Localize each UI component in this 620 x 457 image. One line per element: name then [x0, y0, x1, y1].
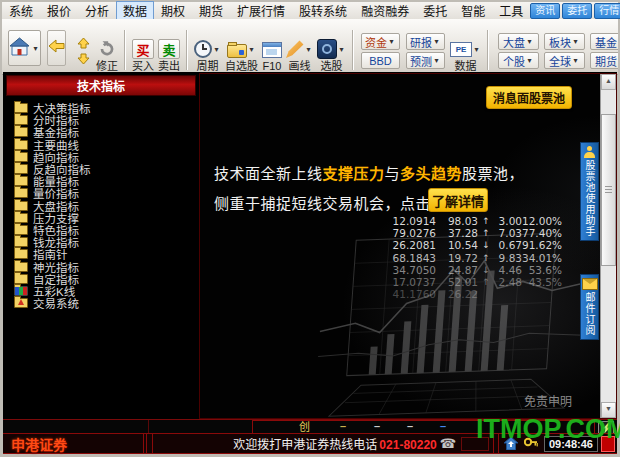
- menu-item[interactable]: 数据: [116, 1, 154, 20]
- promo-text: 股票池，: [462, 165, 524, 182]
- correct-button[interactable]: 修正: [96, 39, 118, 72]
- trade-buttons: 买 买入 卖 卖出: [130, 39, 182, 72]
- dropdown-arrow-icon[interactable]: [337, 41, 346, 57]
- trade-button[interactable]: 买 买入: [132, 39, 154, 72]
- dropdown-arrow-icon[interactable]: [571, 53, 580, 69]
- status-divider: [493, 434, 494, 453]
- dropdown-arrow-icon[interactable]: [387, 34, 396, 50]
- toolbar-tool-button[interactable]: F10: [262, 39, 282, 72]
- dropdown-arrow-icon[interactable]: [304, 41, 313, 57]
- promo-subline: 侧重于捕捉短线交易机会，点击此处: [214, 192, 462, 213]
- menu-item[interactable]: 扩展行情: [230, 1, 292, 20]
- helper-label: 邮件订阅: [583, 292, 596, 336]
- dropdown-arrow-icon[interactable]: [617, 34, 618, 50]
- quote-value: 26.2081: [386, 239, 436, 251]
- menu-item[interactable]: 期权: [154, 1, 192, 20]
- broker-logo-box: 申港证券: [3, 434, 144, 453]
- placeholder-value: –: [407, 420, 413, 432]
- forecast-button[interactable]: 预测: [406, 52, 445, 69]
- back-arrow-icon: [48, 39, 65, 57]
- folder-icon: [14, 201, 28, 211]
- tool-icon: [262, 42, 282, 58]
- dropdown-arrow-icon[interactable]: [212, 41, 221, 57]
- toolbar-tool-button[interactable]: 自选股: [225, 39, 258, 72]
- pe-data-button[interactable]: PE 数据: [450, 39, 481, 72]
- folder-icon: [14, 237, 28, 247]
- news-pool-button[interactable]: 消息面股票池: [486, 86, 572, 109]
- trend-arrow-icon: ↑: [478, 216, 494, 226]
- toolbar-tool-button[interactable]: 选股: [317, 39, 346, 72]
- status-empty-cell: [461, 437, 489, 451]
- dropdown-arrow-icon[interactable]: [432, 34, 441, 50]
- dropdown-arrow-icon[interactable]: [472, 41, 481, 57]
- menu-item[interactable]: 智能: [454, 1, 492, 20]
- promo-highlight: 支撑压力: [323, 165, 385, 182]
- menu-item[interactable]: 期货: [192, 1, 230, 20]
- scroll-down-arrow[interactable]: ▼: [601, 402, 616, 418]
- page-updown-buttons: [74, 36, 92, 65]
- menu-item[interactable]: 股转系统: [292, 1, 354, 20]
- broker-logo: 申港证券: [11, 434, 67, 454]
- scrollbar-thumb[interactable]: [601, 114, 616, 266]
- market-button[interactable]: 基金: [590, 33, 618, 50]
- menu-item[interactable]: 报价: [40, 1, 78, 20]
- up-arrow-button[interactable]: [74, 36, 92, 49]
- folder-icon: [14, 274, 28, 284]
- menu-item[interactable]: 分析: [78, 1, 116, 20]
- pe-icon: PE: [450, 42, 472, 57]
- dropdown-arrow-icon[interactable]: [571, 34, 580, 50]
- market-button[interactable]: 全球: [544, 52, 585, 69]
- menu-item[interactable]: 工具: [492, 1, 530, 20]
- quick-launch-button[interactable]: 委托: [562, 3, 592, 19]
- dropdown-arrow-icon[interactable]: [617, 53, 618, 69]
- promo-highlight: 多头趋势: [400, 165, 462, 182]
- folder-icon: [14, 140, 28, 150]
- fund-bbd-group: 资金 BBD: [361, 33, 400, 72]
- trade-glyph-icon: 买: [132, 39, 154, 59]
- dropdown-arrow-icon[interactable]: [432, 53, 441, 69]
- market-button[interactable]: 期货: [590, 52, 618, 69]
- menu-item[interactable]: 系统: [2, 1, 40, 20]
- vertical-helper-button[interactable]: 股票池使用助手: [580, 142, 599, 241]
- menu-item[interactable]: 委托: [416, 1, 454, 20]
- folder-icon: [14, 188, 28, 198]
- vertical-scrollbar[interactable]: ▲ ▼: [600, 74, 616, 418]
- scroll-up-arrow[interactable]: ▲: [601, 74, 616, 90]
- back-button[interactable]: [47, 30, 66, 66]
- home-button[interactable]: [8, 30, 41, 66]
- bbd-button[interactable]: BBD: [361, 52, 400, 69]
- indicator-folder-item[interactable]: 交易系统: [14, 297, 196, 309]
- market-button[interactable]: 个股: [498, 52, 539, 69]
- dropdown-arrow-icon[interactable]: [247, 41, 256, 57]
- report-forecast-group: 研报 预测: [406, 33, 445, 72]
- tool-button-label: 周期: [197, 61, 219, 72]
- research-report-button[interactable]: 研报: [406, 33, 445, 50]
- trade-button[interactable]: 卖 卖出: [158, 39, 180, 72]
- menu-item[interactable]: 融资融券: [354, 1, 416, 20]
- learn-more-button[interactable]: 了解详情: [428, 188, 488, 212]
- market-button-column: 基金 期货: [590, 33, 618, 69]
- toolbar-tool-button[interactable]: 画线: [286, 39, 313, 72]
- key-lock-icon[interactable]: [524, 437, 538, 450]
- quote-price: 10.54: [436, 239, 478, 251]
- lightning-icon: [602, 423, 611, 434]
- disclaimer-link[interactable]: 免责申明: [524, 392, 572, 409]
- fund-flow-button[interactable]: 资金: [361, 33, 400, 50]
- quote-table: 12.0914 98.03 ↑ 3.00 12.00% 79.0276 37.2…: [386, 215, 562, 300]
- promo-headline: 技术面全新上线支撑压力与多头趋势股票池，: [214, 162, 524, 183]
- market-button[interactable]: 大盘: [498, 33, 539, 50]
- dropdown-arrow-icon[interactable]: [525, 34, 534, 50]
- quick-launch-button[interactable]: 行情: [594, 3, 620, 19]
- dropdown-arrow-icon[interactable]: [525, 53, 534, 69]
- folder-icon: [14, 127, 28, 137]
- vertical-helper-button[interactable]: 邮件订阅: [580, 274, 599, 340]
- quick-launch-button[interactable]: 资讯: [530, 3, 560, 19]
- folder-icon: [14, 213, 28, 223]
- home-page-icon[interactable]: [504, 437, 518, 450]
- home-dropdown-arrow[interactable]: [31, 40, 40, 56]
- down-arrow-button[interactable]: [74, 52, 92, 65]
- market-button[interactable]: 板块: [544, 33, 585, 50]
- quote-percent: 53.6%: [522, 264, 562, 276]
- data-label: 数据: [455, 61, 477, 72]
- toolbar-tool-button[interactable]: 周期: [194, 39, 221, 72]
